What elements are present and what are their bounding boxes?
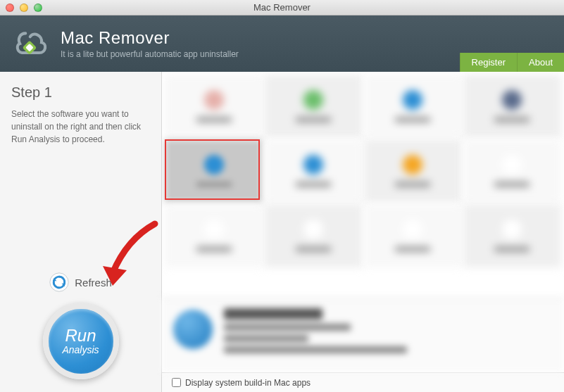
header-text: Mac Remover It is a lite but powerful au… (61, 28, 239, 59)
app-icon (303, 90, 323, 110)
app-cell[interactable] (165, 75, 263, 138)
app-icon (303, 155, 323, 175)
sidebar: Step 1 Select the software you want to u… (0, 72, 162, 392)
app-label (196, 246, 232, 252)
app-icon (502, 220, 522, 239)
app-label (395, 246, 430, 252)
app-detail-panel (162, 298, 564, 372)
detail-text (224, 305, 553, 365)
about-button[interactable]: About (517, 53, 564, 72)
app-cell[interactable] (463, 204, 561, 267)
refresh-button[interactable]: Refresh (49, 272, 112, 292)
run-line1: Run (65, 327, 96, 344)
app-label (494, 246, 529, 252)
detail-version (224, 335, 308, 342)
run-analysis-wrap: Run Analysis (43, 303, 119, 379)
app-logo-icon (14, 25, 51, 62)
app-cell[interactable] (463, 139, 561, 203)
close-window-button[interactable] (6, 4, 14, 12)
app-cell[interactable] (165, 204, 263, 267)
app-label (494, 182, 529, 187)
app-icon (403, 220, 422, 239)
header-buttons: Register About (460, 53, 564, 72)
app-label (196, 182, 232, 187)
detail-publisher (224, 324, 351, 331)
content: Step 1 Select the software you want to u… (0, 72, 564, 392)
sidebar-bottom: Refresh Run Analysis (0, 265, 161, 392)
app-title: Mac Remover (61, 28, 239, 48)
app-icon (403, 155, 422, 175)
app-cell[interactable] (264, 204, 362, 267)
app-icon (204, 155, 224, 175)
app-cell[interactable] (364, 75, 462, 138)
app-cell[interactable] (264, 139, 362, 203)
app-grid (162, 72, 564, 298)
app-label (395, 117, 430, 122)
window-title: Mac Remover (0, 2, 564, 13)
refresh-label: Refresh (75, 277, 112, 289)
app-label (395, 182, 430, 187)
app-label (296, 246, 331, 252)
app-icon (303, 220, 323, 239)
run-line2: Analysis (62, 344, 99, 355)
step-title: Step 1 (11, 84, 150, 101)
app-cell[interactable] (364, 139, 462, 203)
minimize-window-button[interactable] (20, 4, 28, 12)
zoom-window-button[interactable] (34, 4, 42, 12)
app-icon (502, 155, 522, 175)
display-system-apps-label[interactable]: Display system build-in Mac apps (185, 378, 311, 388)
detail-install-date (224, 346, 407, 353)
main-panel: Display system build-in Mac apps (162, 72, 564, 392)
titlebar: Mac Remover (0, 0, 564, 15)
detail-app-icon (173, 310, 213, 349)
step-description: Select the software you want to uninstal… (11, 108, 150, 146)
app-label (296, 182, 331, 187)
app-cell[interactable] (264, 75, 362, 138)
app-header: Mac Remover It is a lite but powerful au… (0, 15, 564, 72)
app-subtitle: It is a lite but powerful automatic app … (61, 49, 239, 59)
app-cell[interactable] (463, 75, 561, 138)
app-icon (204, 220, 224, 239)
refresh-icon (49, 272, 69, 292)
display-system-apps-checkbox[interactable] (172, 378, 181, 387)
traffic-lights (6, 4, 42, 12)
app-label (196, 117, 232, 122)
footer: Display system build-in Mac apps (162, 372, 564, 392)
register-button[interactable]: Register (460, 53, 517, 72)
app-label (494, 117, 529, 122)
app-cell[interactable] (364, 204, 462, 267)
step-box: Step 1 Select the software you want to u… (0, 72, 161, 158)
app-cell[interactable] (165, 139, 263, 203)
app-icon (204, 90, 224, 110)
app-icon (403, 90, 422, 110)
run-analysis-button[interactable]: Run Analysis (43, 303, 119, 379)
app-label (296, 117, 331, 122)
detail-app-name (224, 308, 322, 320)
app-icon (502, 90, 522, 110)
